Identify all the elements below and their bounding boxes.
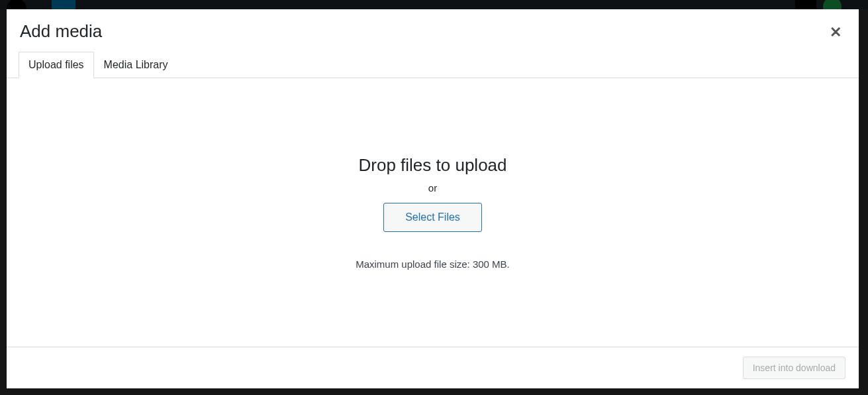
insert-into-download-button[interactable]: Insert into download	[743, 357, 845, 379]
media-tabs: Upload files Media Library	[7, 51, 859, 78]
close-icon: ✕	[830, 24, 842, 41]
max-upload-size-text: Maximum upload file size: 300 MB.	[356, 258, 510, 270]
tab-upload-files[interactable]: Upload files	[19, 52, 94, 78]
modal-title: Add media	[20, 21, 845, 42]
add-media-modal: Add media ✕ Upload files Media Library D…	[7, 9, 859, 388]
upload-dropzone[interactable]: Drop files to upload or Select Files Max…	[7, 78, 859, 347]
modal-header: Add media ✕	[7, 9, 859, 50]
modal-footer: Insert into download	[7, 347, 859, 388]
or-separator: or	[428, 182, 437, 194]
close-button[interactable]: ✕	[826, 23, 845, 42]
tab-media-library[interactable]: Media Library	[94, 52, 178, 78]
drop-files-heading: Drop files to upload	[358, 155, 506, 176]
select-files-button[interactable]: Select Files	[383, 203, 482, 232]
